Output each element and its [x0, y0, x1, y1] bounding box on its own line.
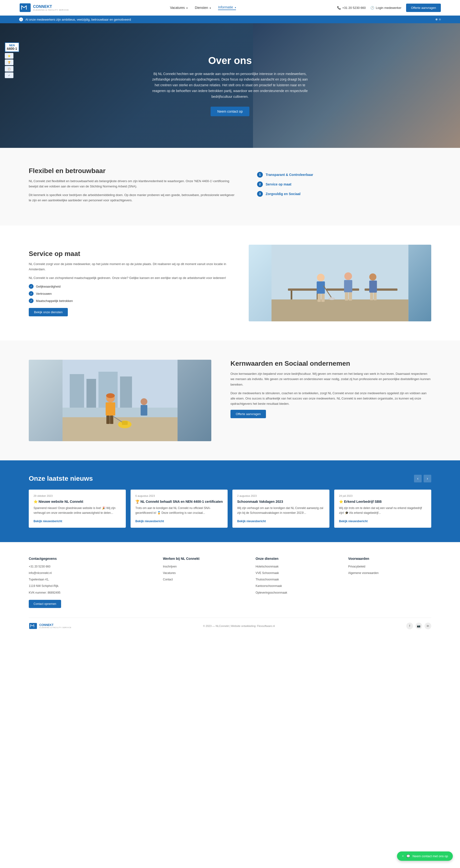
logo[interactable]: CONNEKT CLEANING & FACILITY SERVICE: [19, 3, 69, 12]
news-emoji: ⭐: [339, 500, 343, 503]
footer-grid: Contactgegevens +31 20 5230 660 info@nlc…: [29, 557, 431, 608]
news-title: ⭐ Erkend Leerbedrijf SBB: [339, 500, 426, 503]
kern-right: Kernwaarden en Sociaal ondernemen Onze k…: [230, 360, 431, 418]
check-item: ✓ Gelijkwaardigheid: [29, 284, 230, 289]
number-circle: 3: [257, 191, 263, 197]
svg-rect-21: [374, 292, 377, 300]
aanvragen-button[interactable]: Offerte aanvragen: [230, 410, 266, 418]
footer-logo[interactable]: CONNEKT CLEANING & FACILITY SERVICE: [29, 623, 71, 629]
svg-rect-24: [70, 374, 84, 408]
linkedin-icon[interactable]: in: [425, 623, 431, 629]
hero-contact-button[interactable]: Neem contact op: [210, 106, 250, 116]
phone-link[interactable]: 📞 +31 20 5230 660: [337, 6, 366, 9]
svg-rect-33: [110, 415, 113, 424]
hero-title: Over ons: [151, 55, 309, 66]
login-button[interactable]: 🕐 Login medewerker: [370, 6, 401, 9]
navbar: CONNEKT CLEANING & FACILITY SERVICE Vaca…: [0, 0, 460, 16]
nieuws-next-button[interactable]: ›: [424, 475, 431, 483]
service-p2: NL Connekt is van zichsprekend maatschap…: [29, 275, 230, 281]
svg-rect-35: [122, 421, 128, 425]
service-check-list: ✓ Gelijkwaardigheid ✓ Vertrouwen ✓ Maats…: [29, 284, 230, 303]
news-body: Spannend nieuws! Onze gloednieuwe websit…: [34, 506, 121, 515]
svg-point-14: [344, 273, 352, 280]
nav-menu: Vacatures ▾ Diensten ▾ Informatie ▾: [170, 5, 236, 10]
footer-link[interactable]: Kantoorschoonmaak: [256, 584, 339, 588]
hero-section: NEN 4400-1 ⭐ 🏆 📋 ✓ Over ons Bij NL Conne…: [0, 23, 460, 148]
flexibel-p1: NL Connekt ziet flexibiliteit en betrouw…: [29, 179, 238, 189]
footer-link[interactable]: Vacatures: [163, 571, 246, 576]
offerte-button[interactable]: Offerte aanvragen: [406, 4, 441, 12]
footer-link[interactable]: Algemene voorwaarden: [348, 571, 431, 576]
svg-rect-32: [106, 415, 110, 424]
check-item: ✓ Maatschappelijk betrokken: [29, 298, 230, 303]
footer: Contactgegevens +31 20 5230 660 info@nlc…: [0, 542, 460, 637]
footer-email[interactable]: info@nlconnekt.nl: [29, 571, 153, 576]
news-title: Schoonmaak Vakdagen 2023: [237, 500, 325, 503]
list-item-label: Service op maat: [266, 182, 291, 186]
kern-image: [29, 360, 211, 441]
svg-rect-25: [87, 379, 96, 408]
list-item-label: Zorgvuldig en Sociaal: [266, 192, 300, 196]
news-body: Trots om aan te kondigen dat NL Connekt …: [135, 506, 223, 515]
svg-rect-16: [345, 292, 348, 301]
svg-point-8: [317, 274, 325, 282]
svg-point-18: [369, 273, 376, 281]
nieuws-prev-button[interactable]: ‹: [414, 475, 422, 483]
news-link[interactable]: Bekijk nieuwsbericht: [339, 520, 367, 523]
svg-rect-11: [321, 294, 325, 302]
footer-link[interactable]: Contact: [163, 577, 246, 582]
flexibel-left: Flexibel en betrouwbaar NL Connekt ziet …: [29, 167, 238, 206]
nav-diensten[interactable]: Diensten ▾: [195, 6, 211, 9]
section-kern: Kernwaarden en Sociaal ondernemen Onze k…: [0, 341, 460, 460]
nen-badge: NEN 4400-1 ⭐ 🏆 📋 ✓: [5, 42, 19, 78]
number-circle: 2: [257, 181, 263, 187]
nav-vacatures[interactable]: Vacatures ▾: [170, 6, 188, 9]
section-service: Service op maat NL Connekt zorgt voor de…: [0, 225, 460, 341]
service-left: Service op maat NL Connekt zorgt voor de…: [29, 250, 230, 316]
footer-kvk: KVK-nummer: 86892495: [29, 590, 153, 595]
footer-phone: +31 20 5230 660: [29, 564, 153, 569]
news-date: 6 augustus 2023: [135, 494, 223, 497]
svg-point-30: [106, 393, 115, 398]
news-link[interactable]: Bekijk nieuwsbericht: [135, 520, 164, 523]
news-date: 29 oktober 2023: [34, 494, 121, 497]
svg-rect-17: [349, 292, 352, 301]
footer-link[interactable]: Privacybeleid: [348, 564, 431, 569]
check-label: Vertrouwen: [36, 292, 52, 296]
footer-col-title: Contactgegevens: [29, 557, 153, 561]
contact-opnemen-button[interactable]: Contact opnemen: [29, 600, 61, 608]
kern-title: Kernwaarden en Sociaal ondernemen: [230, 360, 431, 367]
check-label: Gelijkwaardigheid: [36, 285, 61, 288]
footer-link[interactable]: VVE Schoonmaak: [256, 571, 339, 576]
nav-informatie[interactable]: Informatie ▾: [218, 5, 236, 10]
facebook-icon[interactable]: f: [406, 623, 413, 629]
login-label: Login medewerker: [376, 6, 401, 9]
news-link[interactable]: Bekijk nieuwsbericht: [34, 520, 62, 523]
instagram-icon[interactable]: 📷: [416, 623, 422, 629]
nen-icons: ⭐ 🏆 📋 ✓: [5, 53, 19, 78]
flexibel-title: Flexibel en betrouwbaar: [29, 167, 238, 175]
footer-link[interactable]: Opleveringsschoonmaak: [256, 590, 339, 595]
info-icon: i: [19, 18, 23, 21]
diensten-button[interactable]: Bekijk onze diensten: [29, 308, 68, 316]
footer-link[interactable]: Hotelschoonmaak: [256, 564, 339, 569]
footer-link[interactable]: Inschrijven: [163, 564, 246, 569]
footer-logo-sub: CLEANING & FACILITY SERVICE: [39, 627, 71, 628]
footer-city: 1119 NW Schiphol-Rijk.: [29, 584, 153, 588]
dot-1[interactable]: [435, 19, 437, 20]
svg-rect-19: [369, 281, 377, 292]
footer-link[interactable]: Thuisschoonmaak: [256, 577, 339, 582]
clock-icon: 🕐: [370, 6, 374, 9]
svg-rect-2: [271, 300, 408, 321]
nieuws-header: Onze laatste nieuws ‹ ›: [29, 475, 431, 483]
nieuws-card: 29 oktober 2023 ⭐ Nieuwe website NL Conn…: [29, 490, 126, 527]
nen-label: NEN: [7, 44, 17, 47]
kern-left: [29, 360, 211, 441]
dot-2[interactable]: [439, 19, 441, 20]
svg-rect-20: [370, 292, 373, 300]
check-icon: ✓: [29, 291, 34, 296]
news-link[interactable]: Bekijk nieuwsbericht: [237, 520, 266, 523]
logo-sub: CLEANING & FACILITY SERVICE: [33, 9, 69, 11]
list-item: 2 Service op maat: [257, 181, 431, 187]
list-item: 1 Transparant & Controleerbaar: [257, 172, 431, 178]
